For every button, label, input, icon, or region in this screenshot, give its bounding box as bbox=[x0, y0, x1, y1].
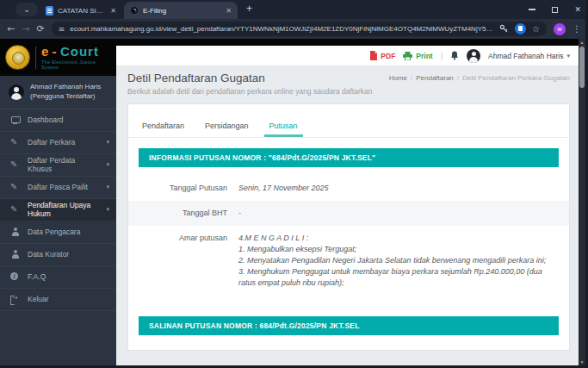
pdf-file-icon bbox=[369, 51, 377, 60]
page-subtitle: Berikut adalah detil dari pendaftaran pe… bbox=[127, 87, 570, 96]
logout-icon bbox=[10, 295, 20, 304]
topbar-user-name: Ahmad Fathanah Haris bbox=[488, 52, 563, 60]
sidebar-user-block: Ahmad Fathanah Haris (Pengguna Terdaftar… bbox=[0, 76, 116, 109]
detail-row: Salinan PutusanSalinan Putusan Belum Ter… bbox=[128, 344, 569, 351]
edit-icon bbox=[10, 205, 20, 215]
salinan-table: Salinan PutusanSalinan Putusan Belum Ter… bbox=[128, 344, 569, 351]
person-icon bbox=[10, 250, 20, 259]
breadcrumb-separator: / bbox=[457, 74, 459, 82]
printer-icon bbox=[403, 52, 412, 60]
putusan-banner: INFORMASI PUTUSAN NOMOR : "684/Pdt.G/202… bbox=[139, 148, 559, 167]
sidebar-item-label: F.A.Q bbox=[28, 272, 46, 281]
row-label: Amar putusan bbox=[128, 233, 227, 244]
browser-tab-efiling[interactable]: E-Filing ✕ bbox=[124, 2, 238, 19]
extension-icon[interactable] bbox=[515, 23, 526, 34]
print-button[interactable]: Print bbox=[403, 52, 432, 60]
back-icon[interactable]: ← bbox=[7, 24, 15, 34]
site-settings-icon[interactable]: ≡ bbox=[59, 25, 65, 34]
page-scrollbar[interactable]: ▲ ▼ bbox=[579, 39, 585, 365]
page-content: Detil Pendaftaran Gugatan Home/Pendaftar… bbox=[116, 66, 579, 365]
chevron-down-icon: ▾ bbox=[106, 161, 109, 168]
detail-row: Amar putusan4.M E N G A D I L I :1. Meng… bbox=[128, 226, 569, 296]
sidebar: e - Court The Electronics Justice System… bbox=[0, 39, 116, 365]
chevron-down-icon: ▾ bbox=[566, 53, 570, 59]
minimize-icon bbox=[529, 9, 535, 10]
sidebar-item-dashboard[interactable]: Dashboard bbox=[0, 109, 116, 132]
topbar-divider: | bbox=[441, 52, 443, 60]
reload-icon[interactable]: ⟳ bbox=[36, 24, 44, 34]
browser-toolbar: ← → ⟳ ≡ ecourt.mahkamahagung.go.id/view_… bbox=[0, 19, 588, 39]
row-value: 4.M E N G A D I L I :1. Mengabulkan ekse… bbox=[238, 233, 559, 289]
url-text: ecourt.mahkamahagung.go.id/view_detil_pe… bbox=[70, 25, 494, 33]
brand-tagline: The Electronics Justice System bbox=[41, 59, 111, 70]
edit-icon bbox=[10, 138, 20, 147]
main-area: PDF Print | bbox=[116, 39, 579, 365]
tab-search-button[interactable]: ⌄ bbox=[15, 3, 38, 16]
row-value: - bbox=[238, 208, 241, 219]
sidebar-item-daftar-pasca-pailit[interactable]: Daftar Pasca Pailit▾ bbox=[0, 177, 116, 199]
sidebar-item-label: Daftar Pasca Pailit bbox=[28, 183, 88, 191]
brand-prefix: e - bbox=[41, 44, 57, 59]
breadcrumb-separator: / bbox=[411, 74, 412, 82]
page-title: Detil Pendaftaran Gugatan bbox=[127, 72, 265, 84]
edit-icon bbox=[10, 160, 20, 170]
browser-tabstrip: ⌄ CATATAN SIDANG JR MATERIIL ✕ E-Filing … bbox=[0, 0, 588, 19]
sidebar-item-keluar[interactable]: Keluar bbox=[0, 289, 116, 311]
top-black-strip bbox=[116, 39, 579, 46]
chevron-down-icon: ⌄ bbox=[23, 5, 30, 14]
tab-putusan[interactable]: Putusan bbox=[264, 122, 303, 137]
tab-pendaftaran[interactable]: Pendaftaran bbox=[137, 122, 189, 137]
sidebar-item-label: Pendaftaran Upaya Hukum bbox=[28, 201, 98, 218]
document-favicon-icon bbox=[46, 6, 53, 16]
tab-title: E-Filing bbox=[143, 7, 221, 15]
pdf-button[interactable]: PDF bbox=[369, 51, 395, 60]
chevron-down-icon: ▾ bbox=[106, 184, 109, 190]
logo-band: e - Court The Electronics Justice System bbox=[0, 39, 116, 76]
scrollbar-thumb[interactable] bbox=[579, 47, 585, 88]
sidebar-item-pendaftaran-upaya-hukum[interactable]: Pendaftaran Upaya Hukum▾ bbox=[0, 199, 116, 221]
browser-profile-avatar[interactable]: w bbox=[554, 23, 566, 35]
scroll-down-icon[interactable]: ▼ bbox=[579, 359, 585, 365]
efiling-favicon-icon bbox=[130, 6, 139, 15]
edit-icon bbox=[10, 183, 20, 192]
topbar-user-avatar[interactable] bbox=[467, 49, 480, 63]
webpage: e - Court The Electronics Justice System… bbox=[0, 39, 585, 365]
sidebar-item-f-a-q[interactable]: F.A.Q bbox=[0, 266, 116, 289]
brand-name: Court bbox=[60, 44, 99, 59]
sidebar-item-daftar-perdata-khusus[interactable]: Daftar Perdata Khusus▾ bbox=[0, 154, 116, 177]
minimize-button[interactable] bbox=[529, 9, 535, 10]
address-bar[interactable]: ≡ ecourt.mahkamahagung.go.id/view_detil_… bbox=[52, 22, 547, 36]
maximize-button[interactable] bbox=[552, 7, 558, 13]
sidebar-item-label: Data Kurator bbox=[28, 250, 69, 259]
sidebar-item-daftar-perkara[interactable]: Daftar Perkara▾ bbox=[0, 132, 116, 154]
close-tab-icon[interactable]: ✕ bbox=[226, 7, 232, 15]
sidebar-item-label: Daftar Perkara bbox=[28, 138, 75, 147]
row-value: Senin, 17 November 2025 bbox=[238, 183, 329, 194]
browser-tab-catatan[interactable]: CATATAN SIDANG JR MATERIIL ✕ bbox=[40, 2, 122, 19]
detail-row: Tanggal PutusanSenin, 17 November 2025 bbox=[128, 176, 569, 201]
breadcrumb: Home/Pendaftaran/Detil Pendaftaran Perka… bbox=[389, 74, 570, 82]
close-window-button[interactable]: ✕ bbox=[574, 5, 581, 14]
bookmark-star-icon[interactable]: ☆ bbox=[532, 24, 540, 34]
sidebar-item-label: Dashboard bbox=[28, 115, 64, 124]
browser-menu-icon[interactable]: ⋮ bbox=[573, 24, 581, 34]
address-bar-icons: ☆ bbox=[499, 23, 540, 34]
password-key-icon[interactable] bbox=[499, 24, 509, 34]
notifications-button[interactable] bbox=[450, 51, 459, 60]
sidebar-item-data-pengacara[interactable]: Data Pengacara bbox=[0, 221, 116, 244]
browser-window: ⌄ CATATAN SIDANG JR MATERIIL ✕ E-Filing … bbox=[0, 0, 588, 368]
close-tab-icon[interactable]: ✕ bbox=[110, 7, 116, 15]
pdf-label: PDF bbox=[381, 52, 395, 60]
tab-persidangan[interactable]: Persidangan bbox=[200, 122, 254, 137]
putusan-table: Tanggal PutusanSenin, 17 November 2025Ta… bbox=[128, 176, 569, 296]
breadcrumb-item[interactable]: Home bbox=[389, 74, 407, 82]
breadcrumb-item[interactable]: Pendaftaran bbox=[416, 74, 454, 82]
detail-row: Tanggal BHT- bbox=[128, 201, 569, 226]
topbar-user-menu[interactable]: Ahmad Fathanah Haris ▾ bbox=[488, 52, 570, 60]
new-tab-button[interactable]: + bbox=[246, 3, 252, 15]
app-topbar: PDF Print | bbox=[116, 46, 579, 66]
sidebar-item-data-kurator[interactable]: Data Kurator bbox=[0, 244, 116, 266]
window-controls: ✕ bbox=[529, 0, 581, 19]
scroll-up-icon[interactable]: ▲ bbox=[579, 39, 585, 46]
forward-icon[interactable]: → bbox=[22, 24, 29, 34]
